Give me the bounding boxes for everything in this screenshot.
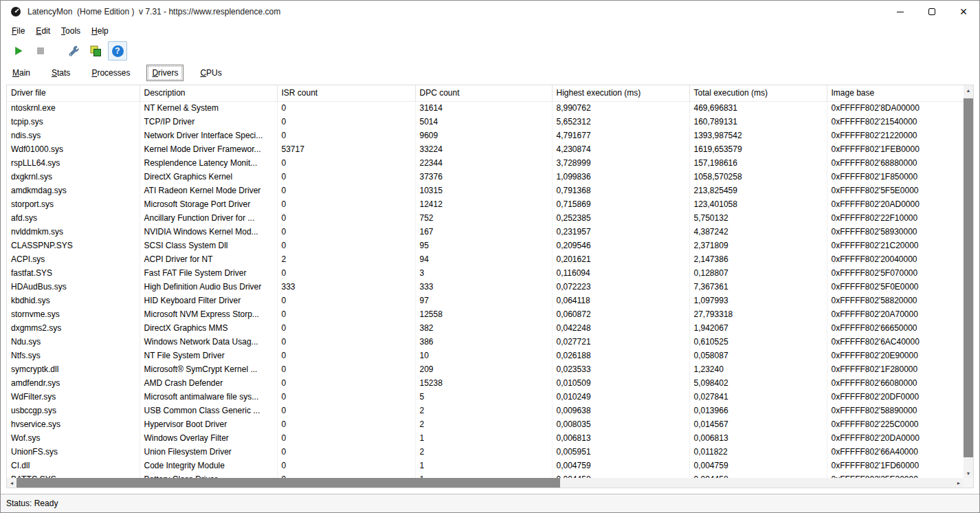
driver-row[interactable]: nvlddmkm.sysNVIDIA Windows Kernel Mod...… (7, 225, 964, 239)
table-cell: 0 (277, 294, 415, 307)
table-cell: 1 (415, 431, 552, 445)
table-cell: 2 (415, 445, 552, 459)
driver-row[interactable]: Ntfs.sysNT File System Driver0100,026188… (7, 349, 964, 362)
driver-row[interactable]: tcpip.sysTCP/IP Driver050145,652312160,7… (7, 115, 964, 129)
table-cell: 5,098402 (689, 376, 827, 390)
table-cell: 0,791368 (552, 184, 689, 197)
stop-icon (35, 45, 46, 56)
menu-item-tools[interactable]: Tools (56, 24, 86, 38)
driver-row[interactable]: Wdf01000.sysKernel Mode Driver Framewor.… (7, 142, 964, 156)
scroll-left-icon[interactable]: ◄ (7, 478, 16, 488)
minimize-button[interactable] (884, 1, 916, 23)
table-cell: Network Driver Interface Speci... (140, 129, 277, 142)
column-header-highest-execution-ms-[interactable]: Highest execution (ms) (552, 85, 689, 101)
column-header-image-base[interactable]: Image base (827, 85, 964, 101)
table-cell: 0 (277, 445, 415, 459)
driver-row[interactable]: CI.dllCode Integrity Module010,0047590,0… (7, 459, 964, 472)
table-cell: 0xFFFFF802'8DA00000 (827, 101, 964, 115)
driver-row[interactable]: HDAudBus.sysHigh Definition Audio Bus Dr… (7, 280, 964, 294)
driver-row[interactable]: WdFilter.sysMicrosoft antimalware file s… (7, 390, 964, 404)
driver-row[interactable]: Ndu.sysWindows Network Data Usag...03860… (7, 335, 964, 349)
table-cell: fastfat.SYS (7, 266, 140, 280)
driver-row[interactable]: BATTC.SYSBattery Class Driver010,0044580… (7, 472, 964, 478)
horizontal-scroll-thumb[interactable] (16, 478, 560, 488)
driver-row[interactable]: kbdhid.sysHID Keyboard Filter Driver0970… (7, 294, 964, 307)
horizontal-scrollbar[interactable]: ◄ ► (7, 478, 964, 488)
column-header-isr-count[interactable]: ISR count (277, 85, 415, 101)
driver-row[interactable]: usbccgp.sysUSB Common Class Generic ...0… (7, 404, 964, 417)
driver-row[interactable]: rspLLL64.sysResplendence Latency Monit..… (7, 156, 964, 170)
table-cell: Hypervisor Boot Driver (140, 417, 277, 431)
driver-row[interactable]: stornvme.sysMicrosoft NVM Express Storp.… (7, 307, 964, 321)
wrench-icon (67, 45, 80, 57)
tab-drivers[interactable]: Drivers (146, 65, 183, 81)
table-cell: SCSI Class System Dll (140, 239, 277, 252)
driver-row[interactable]: afd.sysAncillary Function Driver for ...… (7, 211, 964, 225)
table-cell: 1619,653579 (689, 142, 827, 156)
driver-row[interactable]: ntoskrnl.exeNT Kernel & System0316148,99… (7, 101, 964, 115)
driver-row[interactable]: storport.sysMicrosoft Storage Port Drive… (7, 197, 964, 211)
column-header-description[interactable]: Description (140, 85, 277, 101)
column-header-dpc-count[interactable]: DPC count (415, 85, 552, 101)
options-button[interactable] (64, 41, 83, 61)
maximize-button[interactable] (916, 1, 948, 23)
table-cell: USB Common Class Generic ... (140, 404, 277, 417)
vertical-scroll-track[interactable] (964, 95, 973, 468)
close-button[interactable]: × (948, 1, 979, 23)
table-cell: 160,789131 (689, 115, 827, 129)
table-cell: 0,060872 (552, 307, 689, 321)
driver-row[interactable]: symcryptk.dllMicrosoft® SymCrypt Kernel … (7, 362, 964, 376)
menu-item-file[interactable]: File (6, 24, 30, 38)
tab-processes[interactable]: Processes (87, 65, 135, 80)
driver-row[interactable]: dxgkrnl.sysDirectX Graphics Kernel037376… (7, 170, 964, 184)
menu-item-help[interactable]: Help (86, 24, 114, 38)
driver-row[interactable]: UnionFS.sysUnion Filesystem Driver020,00… (7, 445, 964, 459)
start-monitor-button[interactable] (9, 41, 28, 61)
menu-bar: FileEditToolsHelp (1, 23, 979, 39)
table-cell: 0xFFFFF802'20DA0000 (827, 431, 964, 445)
driver-row[interactable]: ndis.sysNetwork Driver Interface Speci..… (7, 129, 964, 142)
table-cell: 1058,570258 (689, 170, 827, 184)
table-cell: 0 (277, 417, 415, 431)
scroll-up-icon[interactable]: ▲ (964, 85, 973, 95)
table-cell: 1,099836 (552, 170, 689, 184)
horizontal-scroll-track[interactable] (16, 478, 954, 488)
driver-row[interactable]: dxgmms2.sysDirectX Graphics MMS03820,042… (7, 321, 964, 335)
driver-row[interactable]: fastfat.SYSFast FAT File System Driver03… (7, 266, 964, 280)
table-cell: 0 (277, 156, 415, 170)
driver-row[interactable]: amdkmdag.sysATI Radeon Kernel Mode Drive… (7, 184, 964, 197)
table-cell: 0xFFFFF802'20E90000 (827, 349, 964, 362)
table-cell: 0,004458 (552, 472, 689, 478)
table-cell: 1 (415, 472, 552, 478)
table-cell: ntoskrnl.exe (7, 101, 140, 115)
stop-monitor-button[interactable] (31, 41, 50, 61)
table-cell: BATTC.SYS (7, 472, 140, 478)
menu-item-edit[interactable]: Edit (30, 24, 56, 38)
table-cell: 0xFFFFF802'58930000 (827, 225, 964, 239)
scroll-right-icon[interactable]: ► (954, 478, 964, 488)
driver-row[interactable]: ACPI.sysACPI Driver for NT2940,2016212,1… (7, 252, 964, 266)
tab-cpus[interactable]: CPUs (195, 65, 226, 80)
table-cell: 213,825459 (689, 184, 827, 197)
vertical-scrollbar[interactable]: ▲ ▼ (964, 85, 973, 478)
tab-main[interactable]: Main (8, 65, 35, 80)
table-cell: 0 (277, 431, 415, 445)
table-cell: 0,026188 (552, 349, 689, 362)
driver-row[interactable]: hvservice.sysHypervisor Boot Driver020,0… (7, 417, 964, 431)
table-cell: Fast FAT File System Driver (140, 266, 277, 280)
driver-row[interactable]: amdfendr.sysAMD Crash Defender0152380,01… (7, 376, 964, 390)
table-cell: 0,116094 (552, 266, 689, 280)
column-header-driver-file[interactable]: Driver file (7, 85, 140, 101)
tab-stats[interactable]: Stats (47, 65, 75, 80)
vertical-scroll-thumb[interactable] (964, 98, 973, 457)
table-cell: Windows Overlay Filter (140, 431, 277, 445)
driver-row[interactable]: Wof.sysWindows Overlay Filter010,0068130… (7, 431, 964, 445)
table-cell: 3 (415, 266, 552, 280)
column-header-total-execution-ms-[interactable]: Total execution (ms) (689, 85, 827, 101)
help-button[interactable]: ? (108, 41, 127, 61)
copy-report-button[interactable] (86, 41, 105, 61)
table-cell: 2,371809 (689, 239, 827, 252)
driver-row[interactable]: CLASSPNP.SYSSCSI Class System Dll0950,20… (7, 239, 964, 252)
table-cell: 1,097993 (689, 294, 827, 307)
scroll-down-icon[interactable]: ▼ (964, 468, 973, 478)
